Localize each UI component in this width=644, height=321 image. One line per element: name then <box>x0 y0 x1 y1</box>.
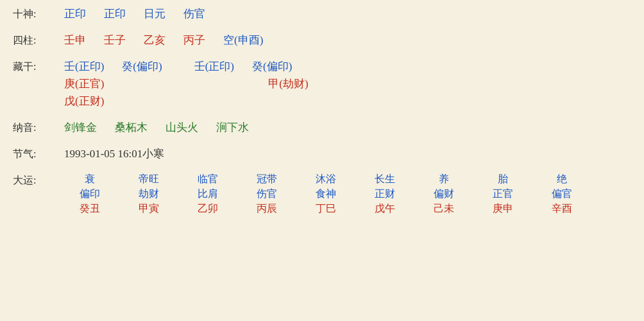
dayun-r1-5: 长生 <box>359 173 411 186</box>
dayun-r2-8: 偏官 <box>536 187 588 201</box>
zanggan-r2-2: 甲(劫财) <box>268 76 308 91</box>
jieqi-value: 1993-01-05 16:01小寒 <box>64 146 164 161</box>
jieqi-label: 节气: <box>13 146 64 161</box>
dayun-r3-6: 己未 <box>418 202 470 216</box>
shishen-content: 正印 正印 日元 伤官 <box>64 6 631 24</box>
nayin-item-1: 桑柘木 <box>115 120 148 135</box>
nayin-item-3: 涧下水 <box>216 120 249 135</box>
dayun-r1-3: 冠带 <box>241 173 292 186</box>
shishen-label: 十神: <box>13 6 64 21</box>
dayun-section: 大运: 衰帝旺临官冠带沐浴长生养胎绝 偏印劫财比肩伤官食神正财偏财正官偏官 癸丑… <box>13 173 631 217</box>
dayun-row1: 衰帝旺临官冠带沐浴长生养胎绝 <box>64 173 631 186</box>
dayun-r1-8: 绝 <box>536 173 588 186</box>
shishen-section: 十神: 正印 正印 日元 伤官 <box>13 6 631 24</box>
sizhu-item-3: 丙子 <box>183 33 205 48</box>
dayun-content: 衰帝旺临官冠带沐浴长生养胎绝 偏印劫财比肩伤官食神正财偏财正官偏官 癸丑甲寅乙卯… <box>64 173 631 217</box>
zanggan-r1-1: 癸(偏印) <box>122 59 162 74</box>
dayun-r3-7: 庚申 <box>477 202 529 216</box>
jieqi-content: 1993-01-05 16:01小寒 <box>64 146 631 164</box>
zanggan-r1-2: 壬(正印) <box>194 59 234 74</box>
zanggan-r1-0: 壬(正印) <box>64 59 104 74</box>
shishen-item-1: 正印 <box>104 6 126 21</box>
dayun-r2-3: 伤官 <box>241 187 292 201</box>
dayun-label: 大运: <box>13 173 64 187</box>
dayun-r1-4: 沐浴 <box>300 173 352 186</box>
zanggan-r2-0: 庚(正官) <box>64 76 104 91</box>
dayun-r2-5: 正财 <box>359 187 411 201</box>
dayun-r2-0: 偏印 <box>64 187 115 201</box>
dayun-r3-4: 丁巳 <box>300 202 352 216</box>
sizhu-content: 壬申 壬子 乙亥 丙子 空(申酉) <box>64 33 631 50</box>
dayun-r2-1: 劫财 <box>123 187 174 201</box>
dayun-r2-2: 比肩 <box>182 187 233 201</box>
zanggan-content: 壬(正印) 癸(偏印) 壬(正印) 癸(偏印) 庚(正官) 甲(劫财) 戊(正财… <box>64 59 631 111</box>
dayun-r3-0: 癸丑 <box>64 202 115 216</box>
dayun-r1-2: 临官 <box>182 173 233 186</box>
sizhu-section: 四柱: 壬申 壬子 乙亥 丙子 空(申酉) <box>13 33 631 50</box>
nayin-item-2: 山头火 <box>165 120 198 135</box>
dayun-r1-6: 养 <box>418 173 470 186</box>
sizhu-label: 四柱: <box>13 33 64 48</box>
dayun-row2: 偏印劫财比肩伤官食神正财偏财正官偏官 <box>64 187 631 201</box>
shishen-item-0: 正印 <box>64 6 86 21</box>
shishen-item-3: 伤官 <box>183 6 205 21</box>
dayun-row3: 癸丑甲寅乙卯丙辰丁巳戊午己未庚申辛酉 <box>64 202 631 216</box>
zanggan-row1: 壬(正印) 癸(偏印) 壬(正印) 癸(偏印) <box>64 59 631 74</box>
dayun-r1-7: 胎 <box>477 173 529 186</box>
dayun-r3-1: 甲寅 <box>123 202 174 216</box>
nayin-section: 纳音: 剑锋金 桑柘木 山头火 涧下水 <box>13 120 631 137</box>
sizhu-extra: 空(申酉) <box>223 33 263 48</box>
nayin-content: 剑锋金 桑柘木 山头火 涧下水 <box>64 120 631 137</box>
dayun-r3-2: 乙卯 <box>182 202 233 216</box>
shishen-row: 正印 正印 日元 伤官 <box>64 6 631 21</box>
shishen-item-2: 日元 <box>144 6 165 21</box>
dayun-r1-0: 衰 <box>64 173 115 186</box>
jieqi-row: 1993-01-05 16:01小寒 <box>64 146 631 161</box>
zanggan-r1-3: 癸(偏印) <box>252 59 292 74</box>
dayun-r3-8: 辛酉 <box>536 202 588 216</box>
zanggan-section: 藏干: 壬(正印) 癸(偏印) 壬(正印) 癸(偏印) 庚(正官) 甲(劫财) … <box>13 59 631 111</box>
zanggan-r3-0: 戊(正财) <box>64 94 104 108</box>
sizhu-item-2: 乙亥 <box>144 33 165 48</box>
sizhu-row: 壬申 壬子 乙亥 丙子 空(申酉) <box>64 33 631 48</box>
zanggan-row2: 庚(正官) 甲(劫财) <box>64 76 631 91</box>
nayin-item-0: 剑锋金 <box>64 120 97 135</box>
nayin-row: 剑锋金 桑柘木 山头火 涧下水 <box>64 120 631 135</box>
dayun-r2-6: 偏财 <box>418 187 470 201</box>
jieqi-section: 节气: 1993-01-05 16:01小寒 <box>13 146 631 164</box>
dayun-r3-5: 戊午 <box>359 202 411 216</box>
dayun-r1-1: 帝旺 <box>123 173 174 186</box>
dayun-r2-4: 食神 <box>300 187 352 201</box>
sizhu-item-1: 壬子 <box>104 33 126 48</box>
zanggan-label: 藏干: <box>13 59 64 74</box>
dayun-r2-7: 正官 <box>477 187 529 201</box>
nayin-label: 纳音: <box>13 120 64 135</box>
dayun-r3-3: 丙辰 <box>241 202 292 216</box>
sizhu-item-0: 壬申 <box>64 33 86 48</box>
zanggan-row3: 戊(正财) <box>64 94 631 108</box>
